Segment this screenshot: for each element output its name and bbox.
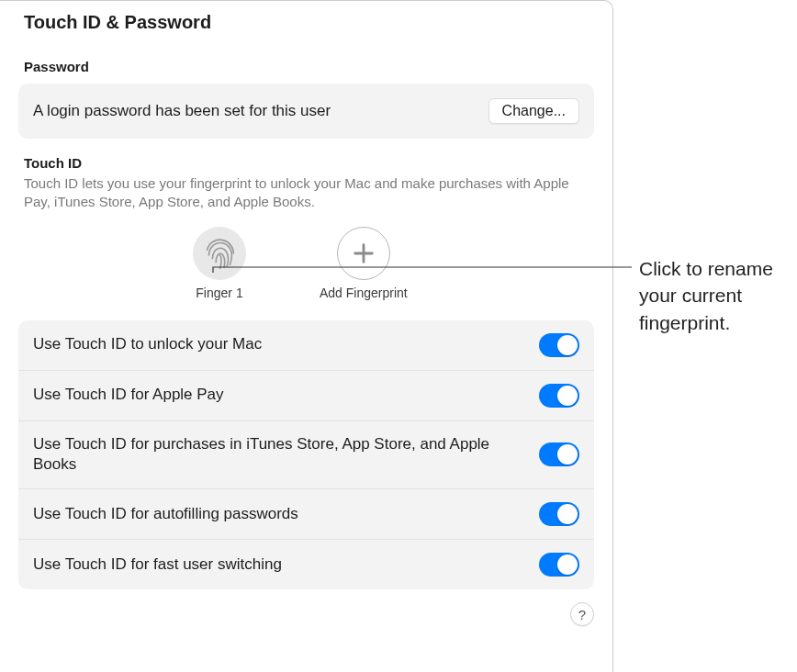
toggle-label: Use Touch ID for autofilling passwords [33,504,313,525]
fingerprint-finger1[interactable]: Finger 1 [193,227,246,300]
add-fingerprint-label: Add Fingerprint [320,286,408,300]
finger1-label: Finger 1 [196,286,242,300]
password-status-text: A login password has been set for this u… [33,102,331,120]
toggle-autofill[interactable] [539,502,579,526]
toggle-label: Use Touch ID for Apple Pay [33,385,239,406]
password-section-label: Password [18,59,594,74]
toggle-label: Use Touch ID for fast user switching [33,554,297,576]
toggle-row-autofill: Use Touch ID for autofilling passwords [18,489,594,540]
fingerprint-row: Finger 1 Add Fingerprint [18,227,594,300]
toggle-row-unlock-mac: Use Touch ID to unlock your Mac [18,320,594,371]
toggle-apple-pay[interactable] [539,384,579,408]
page-title: Touch ID & Password [18,12,594,33]
password-card: A login password has been set for this u… [18,84,594,139]
touchid-toggle-card: Use Touch ID to unlock your Mac Use Touc… [18,320,594,590]
toggle-row-purchases: Use Touch ID for purchases in iTunes Sto… [18,421,594,490]
toggle-fast-user-switching[interactable] [539,553,579,577]
toggle-row-fast-user-switching: Use Touch ID for fast user switching [18,540,594,589]
touchid-header: Touch ID [18,155,594,171]
toggle-row-apple-pay: Use Touch ID for Apple Pay [18,371,594,421]
touchid-section-title: Touch ID [24,155,594,171]
toggle-purchases[interactable] [539,442,579,466]
help-footer: ? [18,602,594,626]
plus-svg-icon [351,241,376,266]
change-password-button[interactable]: Change... [488,98,579,124]
help-button[interactable]: ? [570,602,594,626]
fingerprint-svg-icon [198,232,241,274]
touchid-password-pane: Touch ID & Password Password A login pas… [0,0,613,672]
toggle-label: Use Touch ID to unlock your Mac [33,334,276,355]
annotation-text: Click to rename your current fingerprint… [639,255,786,336]
fingerprint-icon [193,227,246,280]
toggle-unlock-mac[interactable] [539,333,579,357]
touchid-description: Touch ID lets you use your fingerprint t… [18,174,594,212]
add-fingerprint-button[interactable]: Add Fingerprint [320,227,408,300]
password-row: A login password has been set for this u… [33,98,579,124]
toggle-label: Use Touch ID for purchases in iTunes Sto… [33,434,539,476]
plus-icon [337,227,390,280]
